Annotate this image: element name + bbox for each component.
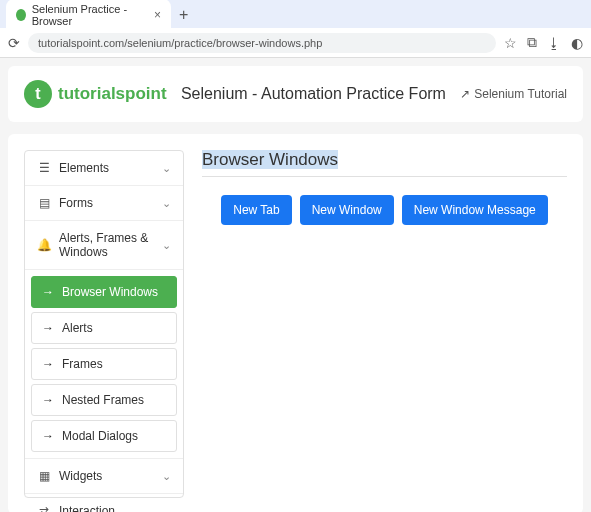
sub-item-label: Nested Frames bbox=[62, 393, 144, 407]
arrow-right-icon: → bbox=[42, 285, 54, 299]
arrow-right-icon: → bbox=[42, 321, 54, 335]
content-card: ☰Elements ⌄ ▤Forms ⌄ 🔔Alerts, Frames & W… bbox=[8, 134, 583, 512]
sub-item-modal-dialogs[interactable]: → Modal Dialogs bbox=[31, 420, 177, 452]
sidebar-label: Interaction bbox=[59, 504, 115, 512]
logo[interactable]: t tutorialspoint bbox=[24, 80, 167, 108]
external-link-icon: ↗ bbox=[460, 87, 470, 101]
tab-bar: Selenium Practice - Browser × + bbox=[0, 0, 591, 28]
url-input[interactable]: tutorialspoint.com/selenium/practice/bro… bbox=[28, 33, 496, 53]
button-row: New Tab New Window New Window Message bbox=[202, 195, 567, 225]
profile-icon[interactable]: ◐ bbox=[571, 35, 583, 51]
sub-item-alerts[interactable]: → Alerts bbox=[31, 312, 177, 344]
sub-item-browser-windows[interactable]: → Browser Windows bbox=[31, 276, 177, 308]
chevron-down-icon: ⌄ bbox=[162, 197, 171, 210]
sidebar-label: Alerts, Frames & Windows bbox=[59, 231, 162, 259]
swap-icon: ⇄ bbox=[37, 504, 51, 512]
favicon-icon bbox=[16, 9, 26, 21]
extensions-icon[interactable]: ⧉ bbox=[527, 34, 537, 51]
logo-icon: t bbox=[24, 80, 52, 108]
tab-title: Selenium Practice - Browser bbox=[32, 3, 144, 27]
download-icon[interactable]: ⭳ bbox=[547, 35, 561, 51]
arrow-right-icon: → bbox=[42, 357, 54, 371]
sidebar-item-forms[interactable]: ▤Forms ⌄ bbox=[25, 186, 183, 221]
sub-item-label: Frames bbox=[62, 357, 103, 371]
tutorial-link-label: Selenium Tutorial bbox=[474, 87, 567, 101]
main-title: Browser Windows bbox=[202, 150, 567, 177]
page-body: t tutorialspoint Selenium - Automation P… bbox=[0, 58, 591, 512]
new-tab-button[interactable]: + bbox=[179, 6, 188, 24]
new-window-button[interactable]: New Window bbox=[300, 195, 394, 225]
sub-item-nested-frames[interactable]: → Nested Frames bbox=[31, 384, 177, 416]
tutorial-link[interactable]: ↗ Selenium Tutorial bbox=[460, 87, 567, 101]
sidebar-label: Forms bbox=[59, 196, 93, 210]
sidebar-item-elements[interactable]: ☰Elements ⌄ bbox=[25, 151, 183, 186]
main-panel: Browser Windows New Tab New Window New W… bbox=[202, 150, 567, 498]
sub-item-label: Alerts bbox=[62, 321, 93, 335]
form-icon: ▤ bbox=[37, 196, 51, 210]
page-title: Selenium - Automation Practice Form bbox=[181, 85, 446, 103]
main-title-text: Browser Windows bbox=[202, 150, 338, 169]
menu-icon: ☰ bbox=[37, 161, 51, 175]
sidebar-label: Widgets bbox=[59, 469, 102, 483]
arrow-right-icon: → bbox=[42, 429, 54, 443]
chevron-down-icon: ⌄ bbox=[162, 505, 171, 513]
sidebar-item-interaction[interactable]: ⇄Interaction ⌄ bbox=[25, 494, 183, 512]
star-icon[interactable]: ☆ bbox=[504, 35, 517, 51]
sub-item-label: Modal Dialogs bbox=[62, 429, 138, 443]
browser-tab[interactable]: Selenium Practice - Browser × bbox=[6, 0, 171, 31]
chevron-down-icon: ⌄ bbox=[162, 162, 171, 175]
browser-chrome: Selenium Practice - Browser × + ⟳ tutori… bbox=[0, 0, 591, 58]
sidebar: ☰Elements ⌄ ▤Forms ⌄ 🔔Alerts, Frames & W… bbox=[24, 150, 184, 498]
grid-icon: ▦ bbox=[37, 469, 51, 483]
chevron-down-icon: ⌄ bbox=[162, 470, 171, 483]
new-tab-button[interactable]: New Tab bbox=[221, 195, 291, 225]
reload-icon[interactable]: ⟳ bbox=[8, 35, 20, 51]
url-bar: ⟳ tutorialspoint.com/selenium/practice/b… bbox=[0, 28, 591, 58]
sub-item-label: Browser Windows bbox=[62, 285, 158, 299]
sidebar-item-widgets[interactable]: ▦Widgets ⌄ bbox=[25, 459, 183, 494]
sub-item-frames[interactable]: → Frames bbox=[31, 348, 177, 380]
new-window-message-button[interactable]: New Window Message bbox=[402, 195, 548, 225]
close-tab-icon[interactable]: × bbox=[154, 8, 161, 22]
chevron-down-icon: ⌄ bbox=[162, 239, 171, 252]
sidebar-label: Elements bbox=[59, 161, 109, 175]
header-card: t tutorialspoint Selenium - Automation P… bbox=[8, 66, 583, 122]
sidebar-item-alerts[interactable]: 🔔Alerts, Frames & Windows ⌄ bbox=[25, 221, 183, 270]
sidebar-sublist: → Browser Windows → Alerts → Frames → Ne… bbox=[25, 270, 183, 459]
logo-text: tutorialspoint bbox=[58, 84, 167, 104]
url-actions: ☆ ⧉ ⭳ ◐ bbox=[504, 34, 583, 51]
arrow-right-icon: → bbox=[42, 393, 54, 407]
bell-icon: 🔔 bbox=[37, 238, 51, 252]
